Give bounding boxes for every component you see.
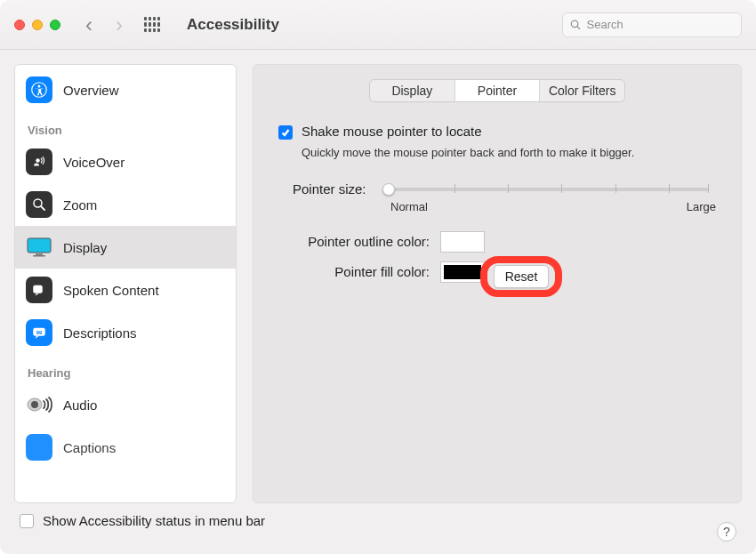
accessibility-sidebar: Overview Vision VoiceOver Zoom [14, 64, 237, 503]
window-controls [14, 20, 60, 30]
spoken-content-icon [26, 277, 52, 303]
tab-pointer[interactable]: Pointer [455, 80, 541, 101]
svg-line-4 [41, 206, 44, 210]
sidebar-item-audio[interactable]: Audio [15, 383, 236, 426]
zoom-icon [26, 191, 52, 218]
sidebar-item-label: Descriptions [63, 325, 137, 341]
sidebar-item-voiceover[interactable]: VoiceOver [15, 141, 236, 183]
shake-pointer-description: Quickly move the mouse pointer back and … [302, 145, 675, 161]
svg-rect-13 [33, 443, 46, 453]
descriptions-icon: 99 [26, 319, 52, 346]
svg-rect-8 [33, 285, 43, 293]
sidebar-item-display[interactable]: Display [15, 226, 236, 269]
fill-color-well[interactable] [440, 261, 485, 283]
pointer-settings-panel: Display Pointer Color Filters Shake mous… [253, 64, 742, 503]
pointer-size-max-label: Large [687, 200, 716, 213]
sidebar-item-label: Display [63, 240, 107, 255]
voiceover-icon [26, 149, 52, 175]
system-preferences-window: ‹ › Accessibility Overview Vision [0, 0, 756, 554]
forward-button[interactable]: › [116, 14, 123, 36]
nav-arrows: ‹ › [85, 14, 123, 36]
titlebar: ‹ › Accessibility [0, 0, 756, 50]
accessibility-icon [26, 76, 52, 103]
sidebar-item-zoom[interactable]: Zoom [15, 183, 236, 226]
outline-color-well[interactable] [440, 231, 485, 253]
reset-highlight-annotation: Reset [480, 256, 562, 297]
shake-pointer-checkbox[interactable] [278, 125, 293, 140]
show-status-menubar-checkbox[interactable] [20, 514, 34, 528]
show-status-menubar-label: Show Accessibility status in menu bar [43, 513, 265, 528]
close-window-button[interactable] [14, 20, 25, 30]
zoom-window-button[interactable] [50, 20, 60, 30]
sidebar-item-label: Overview [63, 83, 119, 98]
show-all-prefs-button[interactable] [144, 17, 160, 33]
pointer-size-range-labels: Normal Large [390, 200, 716, 213]
pointer-size-min-label: Normal [390, 200, 428, 213]
svg-rect-5 [28, 238, 51, 253]
tab-display[interactable]: Display [370, 80, 455, 101]
audio-icon [26, 391, 52, 418]
shake-pointer-label: Shake mouse pointer to locate [302, 124, 482, 139]
search-icon [570, 19, 582, 31]
sidebar-item-label: Audio [63, 397, 97, 413]
footer-row: Show Accessibility status in menu bar [14, 512, 742, 528]
svg-text:99: 99 [36, 330, 43, 335]
sidebar-item-label: Zoom [63, 197, 97, 213]
display-icon [26, 234, 52, 261]
svg-point-12 [31, 401, 38, 408]
svg-rect-7 [33, 255, 45, 257]
pointer-size-knob[interactable] [382, 183, 395, 196]
svg-rect-6 [36, 253, 43, 255]
outline-color-label: Pointer outline color: [271, 234, 430, 249]
tab-color-filters[interactable]: Color Filters [540, 80, 624, 101]
section-heading-hearing: Hearing [15, 354, 236, 383]
sidebar-item-descriptions[interactable]: 99 Descriptions [15, 311, 236, 354]
pointer-size-slider[interactable] [381, 181, 716, 198]
back-button[interactable]: ‹ [85, 14, 92, 36]
sidebar-item-label: VoiceOver [63, 155, 125, 170]
captions-icon [26, 434, 52, 461]
window-title: Accessibility [187, 16, 279, 34]
svg-point-1 [38, 84, 41, 87]
pointer-size-label: Pointer size: [293, 181, 366, 197]
help-button[interactable]: ? [717, 522, 736, 542]
search-field-wrap[interactable] [562, 12, 742, 37]
sidebar-item-spoken-content[interactable]: Spoken Content [15, 269, 236, 311]
svg-point-2 [36, 158, 40, 163]
sidebar-item-captions[interactable]: Captions [15, 426, 236, 469]
content-area: Overview Vision VoiceOver Zoom [0, 50, 756, 554]
shake-pointer-row: Shake mouse pointer to locate [278, 124, 716, 140]
minimize-window-button[interactable] [32, 20, 43, 30]
section-heading-vision: Vision [15, 111, 236, 141]
outline-color-row: Pointer outline color: [271, 231, 723, 253]
sidebar-item-label: Captions [63, 440, 116, 455]
display-tabs: Display Pointer Color Filters [369, 79, 625, 102]
search-input[interactable] [587, 18, 734, 31]
sidebar-item-label: Spoken Content [63, 283, 159, 298]
sidebar-item-overview[interactable]: Overview [15, 68, 236, 111]
fill-color-label: Pointer fill color: [271, 264, 430, 279]
reset-pointer-colors-button[interactable]: Reset [494, 265, 550, 288]
pointer-size-row: Pointer size: [293, 181, 716, 198]
